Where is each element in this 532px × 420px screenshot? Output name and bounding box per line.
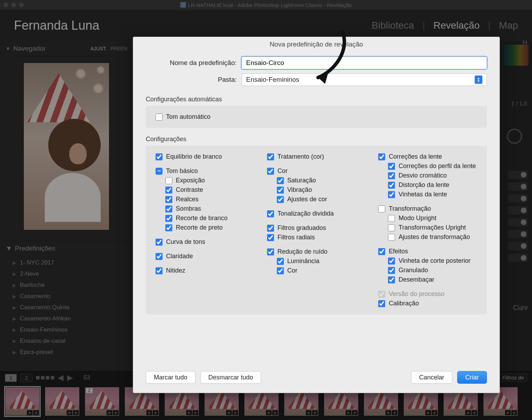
chk-clarity[interactable]: Claridade [156,252,254,261]
module-biblioteca[interactable]: Biblioteca [372,20,414,31]
filters-chip[interactable]: Filtros de [499,374,527,382]
chk-sub-item[interactable]: Distorção da lente [388,180,477,190]
histogram[interactable] [504,45,529,66]
uncheck-all-button[interactable]: Desmarcar tudo [200,371,261,384]
develop-badge-icon: ± [73,410,79,415]
view-secondary-button[interactable]: 2 [20,374,32,382]
chk-sub-item[interactable]: Saturação [277,176,366,185]
zoom-fill[interactable]: PREEN [110,46,127,51]
chk-treatment[interactable]: Tratamento (cor) [267,152,366,161]
filmstrip-thumb[interactable]: ≡± [45,387,80,416]
chk-tone-curve[interactable]: Curva de tons [156,237,254,247]
chk-sub-item[interactable]: Desvio cromático [388,171,477,180]
chk-sharpening[interactable]: Nitidez [156,266,254,275]
chk-sub-item[interactable]: Vinheta de corte posterior [388,256,477,266]
next-icon[interactable]: ▶ [67,373,73,382]
slider[interactable] [508,242,528,250]
metadata-badge-icon: ≡ [386,410,391,415]
traffic-lights[interactable] [3,2,24,7]
chk-color[interactable]: Cor [267,166,366,176]
disclosure-down-icon[interactable]: ▼ [6,46,10,51]
presets-header[interactable]: ▼ Predefinições [3,241,129,256]
develop-badge-icon: ± [432,410,437,415]
new-develop-preset-dialog: Nova predefinição de revelação Nome da p… [133,37,500,393]
chk-basic-tone[interactable]: −Tom básico [156,166,254,176]
slider[interactable] [508,230,528,238]
chk-sub-item[interactable]: Granulado [388,266,477,275]
chk-sub-item[interactable]: Sombras [165,204,254,213]
tone-curve-panel-label[interactable]: Curv [513,304,528,312]
chk-lens-corrections[interactable]: Correções da lente [378,152,477,161]
develop-badge-icon: ± [33,410,39,415]
preset-folder[interactable]: ▶Ensaios-de-casal [11,335,129,347]
slider[interactable] [508,182,528,191]
chk-graduated-filters[interactable]: Filtros graduados [267,223,366,233]
preset-folder[interactable]: ▶Casamento [11,291,129,302]
chk-calibration[interactable]: Calibração [378,299,477,308]
chk-radial-filters[interactable]: Filtros radiais [267,233,366,242]
chk-effects[interactable]: Efeitos [378,247,477,256]
dialog-title: Nova predefinição de revelação [133,37,499,55]
chk-sub-item[interactable]: Vibração [277,185,366,195]
chk-sub-item[interactable]: Desembaçar [388,275,477,284]
prev-icon[interactable]: ◀ [58,373,64,382]
view-primary-button[interactable]: 1 [5,374,17,382]
disclosure-down-icon[interactable]: ▼ [6,245,12,252]
slider[interactable] [508,254,528,262]
close-icon[interactable] [3,2,8,7]
slider[interactable] [508,206,528,215]
check-all-button[interactable]: Marcar tudo [146,371,195,384]
preset-folder-label: Ensaio-Femininos [20,326,67,333]
zoom-fit[interactable]: AJUST. [91,46,107,51]
chk-sub-item[interactable]: Realces [165,195,254,204]
slider[interactable] [508,218,528,226]
temperature-dial-icon[interactable] [507,129,522,144]
chevron-right-icon: ▶ [13,305,16,310]
chk-sub-item[interactable]: Ajustes de transformação [388,232,477,242]
settings-box: Equilíbrio de branco −Tom básico Exposiç… [146,146,487,314]
preset-folder[interactable]: ▶1- NYC 2017 [11,257,129,268]
filmstrip-thumb[interactable]: 2≡± [85,387,120,416]
navigator-preview[interactable] [23,63,109,230]
slider[interactable] [508,171,528,179]
preset-folder[interactable]: ▶Epics-preset [11,347,129,358]
grid-view-icon[interactable] [36,376,54,379]
chk-sub-item[interactable]: Transformações Upright [388,223,477,232]
basic-sliders [504,167,532,266]
chk-white-balance[interactable]: Equilíbrio de branco [156,152,254,161]
chk-noise-reduction[interactable]: Redução de ruído [267,247,366,256]
filmstrip-thumb[interactable]: ≡± [5,387,40,416]
chk-split-toning[interactable]: Tonalização dividida [267,209,366,218]
chk-sub-item[interactable]: Ajustes de cor [277,195,366,204]
chk-sub-item[interactable]: Correções do perfil da lente [388,161,477,171]
chk-sub-item[interactable]: Modo Upright [388,213,477,223]
chk-sub-item[interactable]: Recorte de preto [165,223,254,232]
preset-folder[interactable]: ▶Casamento Quinta [11,302,129,313]
preset-folder[interactable]: ▶Casamento-Afrikan [11,313,129,324]
preset-name-input[interactable] [242,57,487,69]
chk-transform[interactable]: Transformação [378,204,477,213]
folder-label: Pasta: [146,76,237,84]
create-button[interactable]: Criar [457,371,487,384]
minimize-icon[interactable] [11,2,16,7]
slider[interactable] [508,194,528,203]
preset-folder-label: Ensaios-de-casal [20,338,65,345]
chk-sub-item[interactable]: Recorte de branco [165,213,254,223]
navigator-header[interactable]: ▼Navegador AJUST. PREEN [3,41,129,56]
chk-sub-item[interactable]: Cor [277,266,366,275]
preset-folder[interactable]: ▶2-Neve [11,268,129,280]
cancel-button[interactable]: Cancelar [411,371,452,384]
develop-badge-icon: ± [193,410,198,415]
preset-folder[interactable]: ▶Ensaio-Femininos [11,324,129,335]
module-revelacao[interactable]: Revelação [433,20,480,31]
window-titlebar: LR-NATHALIE.lrcat - Adobe Photoshop Ligh… [0,0,532,10]
chk-sub-item[interactable]: Exposição [165,176,254,185]
chk-sub-item[interactable]: Contraste [165,185,254,195]
module-mapa[interactable]: Map [499,20,518,31]
preset-folder[interactable]: ▶Bariloche [11,280,129,291]
zoom-icon[interactable] [19,2,24,7]
auto-tone-checkbox[interactable]: Tom automático [156,112,477,122]
chk-sub-item[interactable]: Vinhetas da lente [388,190,477,199]
chk-sub-item[interactable]: Luminância [277,256,366,266]
folder-select[interactable]: Ensaio-Femininos ▲▼ [242,73,487,86]
